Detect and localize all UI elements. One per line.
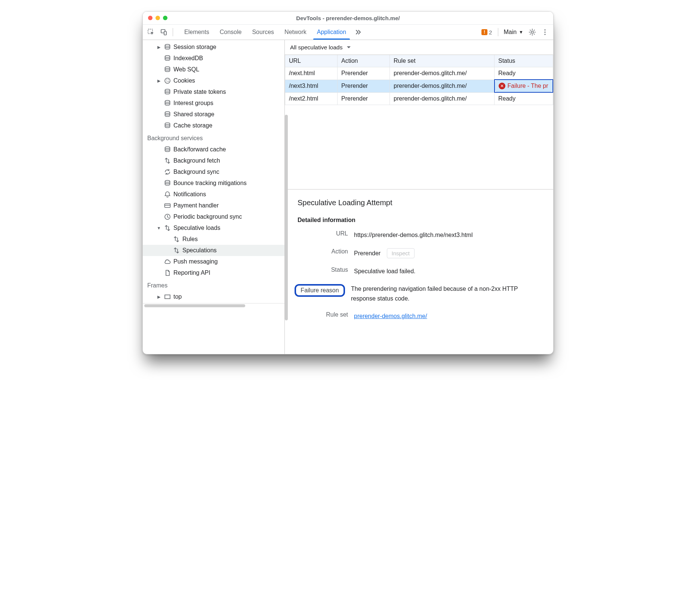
devtools-toolbar: Elements Console Sources Network Applica… [143,24,553,40]
detail-ruleset-link[interactable]: prerender-demos.glitch.me/ [354,313,427,319]
issues-button[interactable]: ! 2 [478,29,495,36]
issues-warning-icon: ! [481,29,487,35]
cell-action: Prerender [338,67,390,80]
sidebar-item-payment-handler[interactable]: Payment handler [143,200,284,211]
cell-ruleset: prerender-demos.glitch.me/ [390,80,495,92]
detail-status-value: Speculative load failed. [354,267,416,276]
expand-icon[interactable]: ▶ [156,45,161,50]
column-header-action[interactable]: Action [338,55,390,67]
sidebar-item-speculations[interactable]: Speculations [143,245,284,256]
tab-sources[interactable]: Sources [247,25,279,40]
detail-failure-label: Failure reason [295,284,345,297]
inspect-button[interactable]: Inspect [387,248,415,258]
sidebar-item-label: IndexedDB [173,55,203,62]
sidebar-item-label: Notifications [173,191,206,198]
sidebar-item-label: Session storage [173,44,216,50]
speculations-panel: All speculative loads URLActionRule setS… [285,40,553,354]
cell-status: ✕Failure - The pr [495,80,553,92]
column-header-url[interactable]: URL [285,55,338,67]
db-icon [164,66,171,73]
window-title: DevTools - prerender-demos.glitch.me/ [143,15,553,21]
sidebar-item-cache-storage[interactable]: Cache storage [143,120,284,131]
sidebar-item-shared-storage[interactable]: Shared storage [143,109,284,120]
settings-button[interactable] [526,26,538,38]
db-icon [164,122,171,129]
sidebar-item-rules[interactable]: Rules [143,234,284,245]
sidebar-item-label: Interest groups [173,100,213,107]
detail-failure-value: The prerendering navigation failed becau… [351,284,543,303]
sidebar-item-top[interactable]: ▶top [143,291,284,302]
column-header-rule-set[interactable]: Rule set [390,55,495,67]
frame-selector[interactable]: Main ▼ [501,29,526,36]
table-row[interactable]: /next3.htmlPrerenderprerender-demos.glit… [285,80,553,92]
sidebar-item-background-sync[interactable]: Background sync [143,166,284,178]
tab-network[interactable]: Network [279,25,312,40]
sidebar-item-reporting-api[interactable]: Reporting API [143,267,284,278]
updown-icon [173,247,180,254]
sidebar-section-frames: Frames [143,278,284,291]
speculations-filter-label: All speculative loads [290,44,342,51]
cell-action: Prerender [338,92,390,105]
speculation-detail: Speculative Loading Attempt Detailed inf… [285,190,553,333]
chevrons-right-icon [354,28,363,36]
frame-icon [164,293,171,301]
db-icon [164,179,171,187]
sidebar-v-scrollbar[interactable] [285,115,288,320]
tabs-overflow-button[interactable] [351,25,366,40]
sidebar-item-label: Background fetch [173,157,220,164]
detail-ruleset-label: Rule set [298,311,348,318]
sidebar-item-interest-groups[interactable]: Interest groups [143,98,284,109]
sidebar-item-web-sql[interactable]: Web SQL [143,64,284,75]
detail-action-value: Prerender Inspect [354,248,415,258]
sidebar-item-speculative-loads[interactable]: ▼Speculative loads [143,222,284,234]
sidebar-item-label: Speculative loads [173,225,220,231]
speculations-filter[interactable]: All speculative loads [285,40,553,55]
db-icon [164,55,171,62]
db-icon [164,111,171,118]
tab-application[interactable]: Application [312,25,351,40]
sidebar-item-label: Push messaging [173,258,218,265]
doc-icon [164,269,171,277]
cookie-icon [164,77,171,84]
sidebar-item-background-fetch[interactable]: Background fetch [143,155,284,166]
sidebar-item-push-messaging[interactable]: Push messaging [143,256,284,267]
expand-icon[interactable]: ▶ [156,78,161,83]
table-row[interactable]: /next.htmlPrerenderprerender-demos.glitc… [285,67,553,80]
sidebar-item-label: Web SQL [173,66,199,73]
window-titlebar: DevTools - prerender-demos.glitch.me/ [143,12,553,24]
sidebar-section-background-services: Background services [143,131,284,144]
sidebar-item-session-storage[interactable]: ▶Session storage [143,41,284,53]
sidebar-item-bounce-tracking-mitigations[interactable]: Bounce tracking mitigations [143,178,284,189]
sidebar-item-private-state-tokens[interactable]: Private state tokens [143,86,284,98]
sidebar-item-label: Payment handler [173,202,219,209]
panel-body: ▶Session storageIndexedDBWeb SQL▶Cookies… [143,40,553,354]
sidebar-item-back-forward-cache[interactable]: Back/forward cache [143,144,284,155]
cell-ruleset: prerender-demos.glitch.me/ [390,67,495,80]
sidebar-item-notifications[interactable]: Notifications [143,189,284,200]
detail-status-label: Status [298,267,348,273]
speculations-table: URLActionRule setStatus /next.htmlPreren… [285,55,553,105]
cell-url: /next.html [285,67,338,80]
sidebar-item-cookies[interactable]: ▶Cookies [143,75,284,86]
table-row[interactable]: /next2.htmlPrerenderprerender-demos.glit… [285,92,553,105]
column-header-status[interactable]: Status [495,55,553,67]
updown-icon [164,224,171,232]
sidebar-item-label: Cache storage [173,122,212,129]
tab-console[interactable]: Console [215,25,247,40]
chevron-down-icon: ▼ [519,30,523,35]
expand-icon[interactable]: ▶ [156,295,161,299]
inspect-element-button[interactable] [145,26,157,38]
db-icon [164,43,171,51]
sidebar-h-scrollbar[interactable] [143,303,284,308]
sidebar-item-indexeddb[interactable]: IndexedDB [143,53,284,64]
sidebar-item-periodic-background-sync[interactable]: Periodic background sync [143,211,284,222]
more-options-button[interactable] [539,26,551,38]
detail-subheading: Detailed information [298,217,543,224]
detail-url-label: URL [298,230,348,237]
device-toolbar-button[interactable] [158,26,170,38]
cell-url: /next2.html [285,92,338,105]
sidebar-item-label: Shared storage [173,111,214,118]
collapse-icon[interactable]: ▼ [156,226,161,230]
db-icon [164,99,171,107]
tab-elements[interactable]: Elements [179,25,215,40]
